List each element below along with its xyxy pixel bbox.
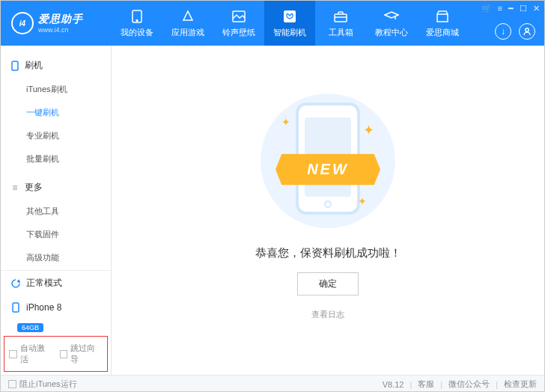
user-icon[interactable] xyxy=(519,23,535,40)
options-highlighted: 自动激活 跳过向导 xyxy=(4,336,108,372)
window-controls: 🛒 ≡ ━ ☐ ✕ xyxy=(481,4,540,13)
checkbox-auto-activate[interactable]: 自动激活 xyxy=(9,343,52,365)
close-icon[interactable]: ✕ xyxy=(533,4,540,13)
checkbox-icon xyxy=(8,380,16,388)
sidebar-group-flash[interactable]: 刷机 xyxy=(1,53,111,78)
sidebar-item-onekey-flash[interactable]: 一键刷机 xyxy=(1,101,111,124)
cart-icon[interactable]: 🛒 xyxy=(481,4,492,13)
nav-ringtones[interactable]: 铃声壁纸 xyxy=(213,1,264,46)
nav-apps[interactable]: 应用游戏 xyxy=(162,1,213,46)
header-bar: i4 爱思助手 www.i4.cn 我的设备 应用游戏 铃声壁纸 智能刷机 工具… xyxy=(1,1,544,46)
confirm-button[interactable]: 确定 xyxy=(297,272,359,295)
sidebar: 刷机 iTunes刷机 一键刷机 专业刷机 批量刷机 ≡ 更多 其他工具 下载固… xyxy=(1,46,112,375)
phone-icon xyxy=(130,9,144,24)
sidebar-group-label: 更多 xyxy=(25,181,43,194)
menu-icon: ≡ xyxy=(10,183,20,193)
device-name: iPhone 8 xyxy=(26,302,61,313)
nav-flash[interactable]: 智能刷机 xyxy=(264,1,315,46)
nav-label: 智能刷机 xyxy=(273,27,306,38)
version-label: V8.12 xyxy=(383,380,404,389)
apps-icon xyxy=(180,9,195,24)
sidebar-item-download-firmware[interactable]: 下载固件 xyxy=(1,223,111,246)
new-ribbon: NEW xyxy=(275,153,380,185)
top-nav: 我的设备 应用游戏 铃声壁纸 智能刷机 工具箱 教程中心 爱思商城 xyxy=(112,1,468,46)
store-icon xyxy=(435,9,450,24)
checkbox-block-itunes[interactable]: 阻止iTunes运行 xyxy=(8,379,77,390)
view-log-link[interactable]: 查看日志 xyxy=(311,309,344,320)
svg-rect-7 xyxy=(13,303,19,312)
storage-badge: 64GB xyxy=(17,323,43,332)
phone-icon xyxy=(10,61,20,71)
sidebar-group-more[interactable]: ≡ 更多 xyxy=(1,175,111,200)
checkbox-icon xyxy=(9,350,17,358)
phone-icon xyxy=(10,301,22,313)
support-link[interactable]: 客服 xyxy=(418,379,434,390)
sidebar-item-itunes-flash[interactable]: iTunes刷机 xyxy=(1,78,111,101)
nav-tutorials[interactable]: 教程中心 xyxy=(366,1,417,46)
device-info[interactable]: iPhone 8 xyxy=(1,295,111,319)
footer-option-label: 阻止iTunes运行 xyxy=(19,379,77,390)
logo-block: i4 爱思助手 www.i4.cn xyxy=(1,12,112,34)
device-mode-label: 正常模式 xyxy=(26,277,62,290)
nav-label: 教程中心 xyxy=(375,27,408,38)
wechat-link[interactable]: 微信公众号 xyxy=(448,379,490,390)
svg-point-5 xyxy=(526,28,529,31)
checkbox-icon xyxy=(60,350,68,358)
sparkle-icon: ✦ xyxy=(358,195,367,207)
svg-rect-6 xyxy=(12,61,18,70)
menu-icon[interactable]: ≡ xyxy=(498,4,502,13)
wallpaper-icon xyxy=(231,9,246,24)
nav-store[interactable]: 爱思商城 xyxy=(417,1,468,46)
sidebar-item-other-tools[interactable]: 其他工具 xyxy=(1,200,111,223)
check-update-link[interactable]: 检查更新 xyxy=(504,379,537,390)
nav-label: 工具箱 xyxy=(329,27,353,38)
nav-label: 应用游戏 xyxy=(171,27,204,38)
footer-bar: 阻止iTunes运行 V8.12 | 客服 | 微信公众号 | 检查更新 xyxy=(1,375,544,392)
sidebar-item-batch-flash[interactable]: 批量刷机 xyxy=(1,147,111,171)
nav-toolbox[interactable]: 工具箱 xyxy=(315,1,366,46)
download-icon[interactable]: ↓ xyxy=(495,23,511,40)
svg-point-1 xyxy=(136,19,138,21)
nav-my-device[interactable]: 我的设备 xyxy=(112,1,162,46)
sparkle-icon: ✦ xyxy=(281,116,290,128)
sidebar-item-pro-flash[interactable]: 专业刷机 xyxy=(1,124,111,147)
brand-title: 爱思助手 xyxy=(38,13,83,26)
sparkle-icon: ✦ xyxy=(363,122,374,138)
sidebar-item-advanced[interactable]: 高级功能 xyxy=(1,246,111,269)
maximize-icon[interactable]: ☐ xyxy=(520,4,527,13)
device-mode[interactable]: 正常模式 xyxy=(1,271,111,295)
toolbox-icon xyxy=(333,9,348,24)
refresh-icon xyxy=(10,278,22,290)
sidebar-group-label: 刷机 xyxy=(25,59,43,72)
tutorial-icon xyxy=(384,9,399,24)
logo-icon: i4 xyxy=(11,12,34,34)
svg-rect-4 xyxy=(335,14,347,22)
option-label: 跳过向导 xyxy=(70,343,103,365)
success-illustration: NEW ✦ ✦ ✦ xyxy=(261,94,395,228)
nav-label: 我的设备 xyxy=(121,27,153,38)
option-label: 自动激活 xyxy=(20,343,52,365)
nav-label: 铃声壁纸 xyxy=(222,27,255,38)
main-panel: NEW ✦ ✦ ✦ 恭喜您，保资料刷机成功啦！ 确定 查看日志 xyxy=(112,46,544,375)
header-actions: ↓ xyxy=(495,23,535,40)
flash-icon xyxy=(282,9,297,24)
checkbox-skip-wizard[interactable]: 跳过向导 xyxy=(60,343,103,365)
nav-label: 爱思商城 xyxy=(426,27,459,38)
success-message: 恭喜您，保资料刷机成功啦！ xyxy=(255,246,401,260)
minimize-icon[interactable]: ━ xyxy=(508,4,514,13)
brand-subtitle: www.i4.cn xyxy=(38,26,83,34)
